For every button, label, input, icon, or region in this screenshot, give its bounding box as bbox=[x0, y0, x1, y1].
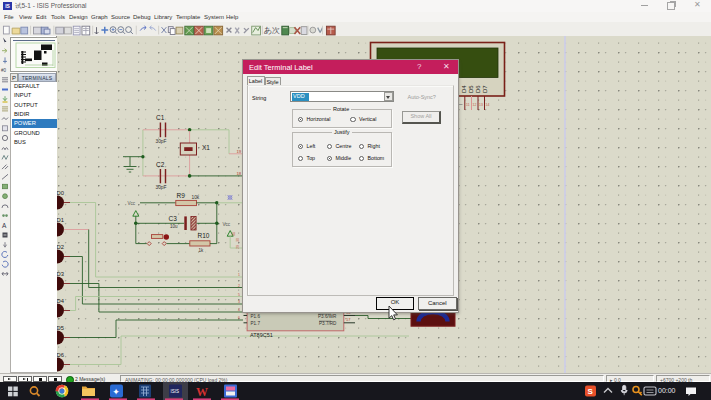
svg-text:D5: D5 bbox=[468, 85, 474, 93]
svg-text:D6: D6 bbox=[475, 85, 481, 93]
svg-text:19: 19 bbox=[237, 149, 242, 154]
svg-text:5: 5 bbox=[238, 293, 240, 297]
svg-text:1k: 1k bbox=[199, 248, 205, 253]
svg-text:C2: C2 bbox=[156, 161, 165, 168]
svg-text:A: A bbox=[2, 222, 7, 229]
svg-text:3: 3 bbox=[238, 300, 240, 304]
svg-text:1: 1 bbox=[238, 273, 240, 277]
svg-text:Vcc: Vcc bbox=[223, 222, 231, 227]
svg-text:X1: X1 bbox=[202, 144, 210, 151]
svg-text:29: 29 bbox=[236, 245, 240, 249]
svg-text:30: 30 bbox=[236, 238, 240, 242]
svg-text:4: 4 bbox=[238, 308, 240, 312]
svg-text:30pF: 30pF bbox=[156, 185, 167, 190]
svg-text:D2: D2 bbox=[57, 244, 64, 250]
svg-text:31: 31 bbox=[232, 232, 236, 236]
svg-text:次: 次 bbox=[272, 26, 280, 35]
svg-text:D1: D1 bbox=[57, 217, 64, 223]
svg-text:D7: D7 bbox=[482, 85, 488, 93]
svg-text:P3.6/WR: P3.6/WR bbox=[318, 314, 337, 319]
svg-text:✦: ✦ bbox=[112, 387, 120, 397]
svg-text:P3.7/RD: P3.7/RD bbox=[319, 321, 337, 326]
svg-text:11: 11 bbox=[466, 103, 470, 107]
svg-text:D6: D6 bbox=[57, 352, 64, 358]
svg-text:14: 14 bbox=[486, 103, 490, 107]
svg-text:AT89C51: AT89C51 bbox=[250, 332, 273, 338]
svg-text:W: W bbox=[196, 385, 208, 399]
svg-text:17: 17 bbox=[346, 317, 351, 322]
svg-text:P1.6: P1.6 bbox=[251, 314, 261, 319]
svg-text:D4: D4 bbox=[461, 85, 467, 93]
svg-text:13: 13 bbox=[479, 103, 483, 107]
svg-text:C1: C1 bbox=[156, 114, 165, 121]
svg-text:R9: R9 bbox=[177, 192, 186, 199]
svg-text:D4: D4 bbox=[57, 298, 65, 304]
svg-text:12: 12 bbox=[473, 103, 477, 107]
svg-text:S: S bbox=[588, 387, 594, 396]
svg-text:6: 6 bbox=[238, 316, 240, 320]
svg-text:D0: D0 bbox=[57, 190, 64, 196]
svg-text:30pF: 30pF bbox=[156, 139, 167, 144]
svg-text:10u: 10u bbox=[170, 224, 178, 229]
svg-text:D3: D3 bbox=[57, 271, 64, 277]
svg-text:#0: #0 bbox=[1, 68, 7, 73]
svg-text:10k: 10k bbox=[192, 195, 200, 200]
svg-text:ISIS: ISIS bbox=[171, 389, 180, 394]
svg-text:00:00: 00:00 bbox=[658, 387, 676, 394]
svg-text:C3: C3 bbox=[169, 215, 178, 222]
svg-text:R10: R10 bbox=[198, 232, 210, 239]
svg-text:Vcc: Vcc bbox=[128, 201, 136, 206]
svg-text:D5: D5 bbox=[57, 325, 64, 331]
svg-text:P1.7: P1.7 bbox=[251, 321, 261, 326]
svg-text:あ: あ bbox=[264, 26, 272, 35]
svg-text:18: 18 bbox=[237, 171, 242, 176]
svg-text:2: 2 bbox=[238, 284, 240, 288]
